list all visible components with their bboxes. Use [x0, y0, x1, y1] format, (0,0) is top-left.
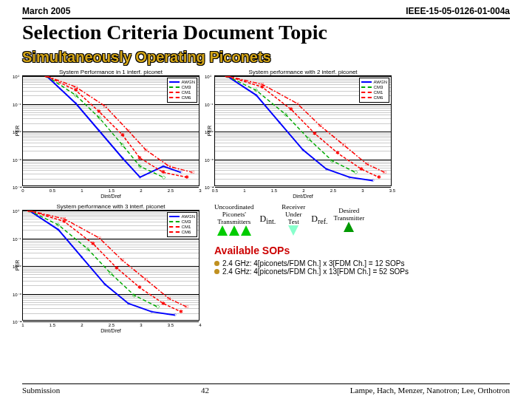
piconet-diagram: Uncoordinated Piconets' Transmitters DDi… [214, 203, 510, 236]
sop-line-1: 2.4 GHz: 4[piconets/FDM Ch.] x 3[FDM Ch.… [214, 259, 510, 267]
chart-legend: AWGNCM3CM1CM6 [167, 212, 197, 237]
uncoord-label: Uncoordinated Piconets' Transmitters [214, 203, 253, 225]
chart-2-title: System performance with 2 interf. picone… [214, 69, 392, 75]
chart-1-xlabel: Dint/Dref [22, 194, 200, 199]
sop-title: Available SOPs [214, 245, 510, 256]
dint-label: DDint.int. [259, 214, 276, 225]
header-row: March 2005 IEEE-15-05-0126-01-004a [22, 6, 510, 19]
dref-label: Dref. [311, 214, 327, 225]
footer-left: Submission [22, 386, 60, 395]
chart-2: System performance with 2 interf. picone… [214, 69, 392, 199]
triangle-icon [288, 225, 299, 236]
header-date: March 2005 [22, 6, 70, 16]
desired-label: Desired Transmitter [333, 207, 364, 222]
bullet-icon [214, 269, 219, 274]
right-column: Uncoordinated Piconets' Transmitters DDi… [207, 203, 510, 276]
chart-1: System Performance in 1 interf. piconet … [22, 69, 200, 199]
chart-legend: AWGNCM3CM1CM6 [167, 78, 197, 103]
bullet-icon [214, 261, 219, 266]
chart-2-xlabel: Dint/Dref [214, 194, 392, 199]
chart-1-title: System Performance in 1 interf. piconet [22, 69, 200, 75]
triangle-icon [241, 225, 251, 236]
chart-2-plot: 10⁰10⁻¹10⁻²10⁻³10⁻⁴0.511.522.533.5○○○○○○… [214, 75, 392, 186]
svg-text:□: □ [98, 235, 101, 240]
chart-3-plot: 10⁰10⁻¹10⁻²10⁻³10⁻⁴11.522.533.54○○○○○○○◇… [22, 210, 200, 321]
footer: Submission 42 Lampe, Hach, Menzer, Nanot… [22, 383, 510, 395]
triangle-icon [217, 225, 228, 236]
chart-legend: AWGNCM3CM1CM6 [359, 78, 389, 103]
triangle-icon [344, 222, 354, 232]
chart-1-plot: 10⁰10⁻¹10⁻²10⁻³10⁻⁴00.511.522.53○○○○○○○◇… [22, 75, 200, 186]
main-title: Selection Criteria Document Topic [22, 21, 510, 44]
receiver-label: Receiver Under Test [282, 203, 305, 225]
svg-text:□: □ [296, 100, 299, 106]
chart-3: System performance with 3 interf. picone… [22, 203, 200, 333]
chart-3-xlabel: Dint/Dref [22, 328, 200, 333]
triangle-icon [229, 225, 239, 236]
subtitle: Simultaneously Operating Piconets [22, 49, 510, 66]
chart-3-title: System performance with 3 interf. picone… [22, 203, 200, 210]
page-number: 42 [201, 386, 209, 395]
sop-line-2: 2.4 GHz: 4[piconets/FDM Ch.] x 13[FDM Ch… [214, 267, 510, 276]
footer-right: Lampe, Hach, Menzer, Nanotron; Lee, Orth… [350, 386, 510, 395]
header-doc-id: IEEE-15-05-0126-01-004a [406, 6, 510, 16]
